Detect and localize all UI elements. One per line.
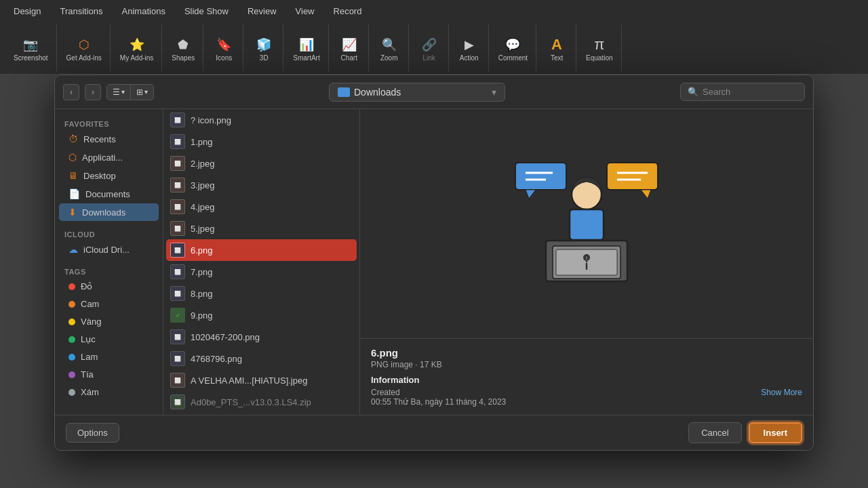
file-item-13[interactable]: ⬜ Ad0be_PTS_...v13.0.3.LS4.zip <box>163 391 359 413</box>
file-item-8[interactable]: ⬜ 8.png <box>163 283 359 304</box>
desktop-icon: 🖥 <box>68 170 78 181</box>
addins-icon: ⬡ <box>75 35 94 54</box>
insert-button[interactable]: Insert <box>749 422 802 443</box>
tag-dot-vang <box>68 319 75 325</box>
tab-review[interactable]: Review <box>239 3 285 19</box>
file-thumb-7: ⬜ <box>170 264 185 279</box>
options-button[interactable]: Options <box>66 423 119 443</box>
dialog-footer: Options Cancel Insert <box>55 415 813 450</box>
search-box: 🔍 <box>680 83 805 101</box>
cancel-button[interactable]: Cancel <box>688 422 741 443</box>
location-dropdown[interactable]: Downloads ▾ <box>329 83 505 102</box>
svg-text:i: i <box>585 259 588 272</box>
sidebar-item-documents[interactable]: 📄 Documents <box>59 185 159 203</box>
file-item-12[interactable]: ⬜ A VELHA AMI...[HIATUS].jpeg <box>163 369 359 391</box>
chart-button[interactable]: 📈 Chart <box>336 34 363 63</box>
my-addins-button[interactable]: ⭐ My Add-ins <box>117 34 156 63</box>
file-item-2[interactable]: ⬜ 2.jpeg <box>163 152 359 174</box>
sidebar: Favorites ⏱ Recents ⬡ Applicati... 🖥 Des… <box>55 109 163 415</box>
sidebar-item-tag-do[interactable]: Đỏ <box>59 278 159 295</box>
smartart-icon: 📊 <box>297 35 316 54</box>
comment-button[interactable]: 💬 Comment <box>496 34 530 63</box>
ribbon-tabs: Design Transitions Animations Slide Show… <box>0 0 868 22</box>
icloud-section-label: iCloud <box>55 228 163 240</box>
tab-slideshow[interactable]: Slide Show <box>176 3 237 19</box>
sidebar-item-downloads[interactable]: ⬇ Downloads <box>59 203 159 221</box>
file-name-2: 2.jpeg <box>191 159 214 169</box>
get-addins-button[interactable]: ⬡ Get Add-ins <box>64 34 104 63</box>
file-name-10: 1020467-200.png <box>191 332 260 342</box>
tab-transitions[interactable]: Transitions <box>52 3 111 19</box>
sidebar-item-tag-cam[interactable]: Cam <box>59 296 159 312</box>
svg-marker-7 <box>641 190 651 199</box>
file-thumb-4: ⬜ <box>170 199 185 214</box>
file-item-4[interactable]: ⬜ 4.jpeg <box>163 196 359 218</box>
sidebar-item-tag-tia[interactable]: Tía <box>59 366 159 383</box>
ribbon-group-text: A Text <box>538 24 576 72</box>
zoom-icon: 🔍 <box>380 35 399 54</box>
text-button[interactable]: A Text <box>543 34 570 63</box>
sidebar-item-tag-vang[interactable]: Vàng <box>59 313 159 330</box>
ribbon-group-link: 🔗 Link <box>410 24 449 72</box>
applications-icon: ⬡ <box>68 152 77 163</box>
tab-record[interactable]: Record <box>326 3 370 19</box>
equation-button[interactable]: π Equation <box>583 34 615 63</box>
search-input[interactable] <box>703 87 797 97</box>
file-item-1[interactable]: ⬜ 1.png <box>163 131 359 152</box>
sidebar-item-tag-luc[interactable]: Lục <box>59 331 159 348</box>
grid-view-chevron: ▾ <box>144 88 148 96</box>
sidebar-item-applications[interactable]: ⬡ Applicati... <box>59 148 159 166</box>
documents-icon: 📄 <box>68 188 80 199</box>
sidebar-item-icloud[interactable]: ☁ iCloud Dri... <box>59 241 159 258</box>
list-view-button[interactable]: ☰ ▾ <box>107 85 131 100</box>
screenshot-button[interactable]: 📷 Screenshot <box>11 34 51 63</box>
file-item-7[interactable]: ⬜ 7.png <box>163 261 359 283</box>
ribbon-group-icons: 🔖 Icons <box>205 24 243 72</box>
sidebar-item-tag-lam[interactable]: Lam <box>59 348 159 365</box>
file-item-10[interactable]: ⬜ 1020467-200.png <box>163 326 359 348</box>
file-name-12: A VELHA AMI...[HIATUS].jpeg <box>191 375 307 386</box>
chart-icon: 📈 <box>340 35 359 54</box>
downloads-icon: ⬇ <box>68 207 77 218</box>
file-name-8: 8.png <box>191 289 213 299</box>
file-thumb-10: ⬜ <box>170 329 185 344</box>
3d-button[interactable]: 🧊 3D <box>250 34 277 63</box>
action-button[interactable]: ▶ Action <box>456 34 483 63</box>
file-item-3[interactable]: ⬜ 3.jpeg <box>163 174 359 196</box>
link-button[interactable]: 🔗 Link <box>416 34 443 63</box>
file-item-6[interactable]: ⬜ 6.png <box>166 239 357 261</box>
show-more-button[interactable]: Show More <box>761 388 802 397</box>
folder-icon <box>338 87 350 97</box>
tab-view[interactable]: View <box>288 3 323 19</box>
back-button[interactable]: ‹ <box>63 84 79 100</box>
tab-animations[interactable]: Animations <box>114 3 174 19</box>
ribbon-group-shapes: ⬟ Shapes <box>163 24 203 72</box>
file-item-11[interactable]: ⬜ 4768796.png <box>163 348 359 369</box>
tab-design[interactable]: Design <box>5 3 49 19</box>
sidebar-item-recents[interactable]: ⏱ Recents <box>59 130 159 148</box>
grid-view-button[interactable]: ⊞ ▾ <box>131 85 153 100</box>
file-list: ⬜ ? icon.png ⬜ 1.png ⬜ 2.jpeg ⬜ 3.jpeg ⬜… <box>163 109 360 415</box>
file-thumb-1: ⬜ <box>170 134 185 149</box>
file-name-5: 5.jpeg <box>191 224 214 234</box>
forward-button[interactable]: › <box>85 84 101 100</box>
file-item-0[interactable]: ⬜ ? icon.png <box>163 109 359 131</box>
smartart-button[interactable]: 📊 SmartArt <box>290 34 322 63</box>
3d-icon: 🧊 <box>254 35 273 54</box>
location-left: Downloads <box>338 87 401 98</box>
sidebar-item-tag-xam[interactable]: Xám <box>59 384 159 401</box>
file-item-9[interactable]: ✓ 9.png <box>163 304 359 326</box>
zoom-button[interactable]: 🔍 Zoom <box>376 34 403 63</box>
icons-button[interactable]: 🔖 Icons <box>210 34 237 63</box>
file-item-5[interactable]: ⬜ 5.jpeg <box>163 218 359 239</box>
grid-view-icon: ⊞ <box>136 87 143 97</box>
ribbon-group-screenshot: 📷 Screenshot <box>5 24 57 72</box>
sidebar-item-desktop[interactable]: 🖥 Desktop <box>59 167 159 184</box>
file-thumb-0: ⬜ <box>170 113 185 127</box>
location-bar: Downloads ▾ <box>159 83 675 102</box>
file-thumb-2: ⬜ <box>170 156 185 171</box>
shapes-button[interactable]: ⬟ Shapes <box>169 34 197 63</box>
myaddins-icon: ⭐ <box>127 35 146 54</box>
svg-rect-9 <box>570 209 604 240</box>
dropdown-arrow: ▾ <box>492 87 496 98</box>
